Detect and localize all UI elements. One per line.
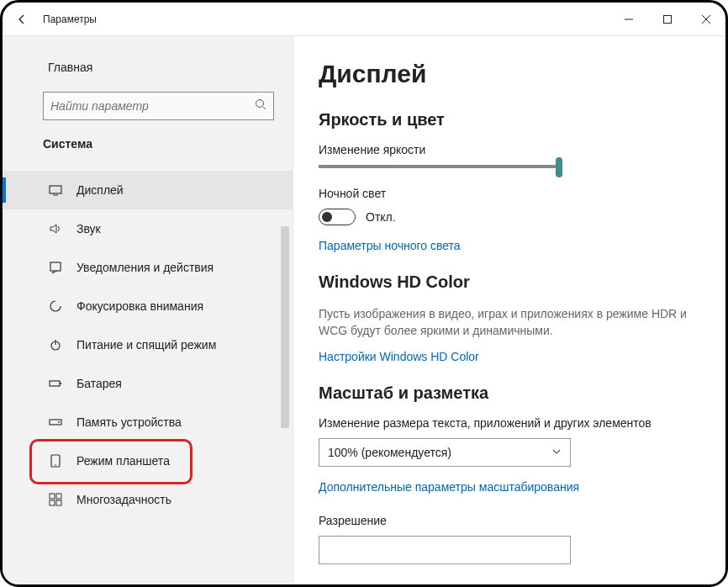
maximize-button[interactable] <box>648 3 687 36</box>
svg-rect-14 <box>56 500 61 505</box>
svg-rect-5 <box>50 381 60 386</box>
sidebar-item-focus[interactable]: Фокусировка внимания <box>3 287 293 325</box>
window-title: Параметры <box>43 13 97 25</box>
nightlight-state: Откл. <box>366 210 396 224</box>
sidebar-item-storage[interactable]: Память устройства <box>3 403 293 442</box>
nav-list: Дисплей Звук Уведомления и действия Фоку… <box>3 171 293 519</box>
sidebar-item-label: Уведомления и действия <box>76 261 214 274</box>
sidebar-item-label: Дисплей <box>76 183 124 197</box>
svg-rect-2 <box>50 186 61 193</box>
maximize-icon <box>662 14 673 24</box>
sidebar-item-label: Фокусировка внимания <box>76 299 203 313</box>
notifications-icon <box>48 261 63 274</box>
search-icon <box>255 98 266 114</box>
sidebar-item-display[interactable]: Дисплей <box>3 171 293 209</box>
settings-window: Параметры Главная <box>0 0 728 587</box>
scale-advanced-link[interactable]: Дополнительные параметры масштабирования <box>319 480 700 494</box>
slider-thumb[interactable] <box>556 157 562 177</box>
sidebar-item-label: Звук <box>76 222 101 235</box>
svg-rect-6 <box>60 383 61 384</box>
sidebar-item-label: Батарея <box>76 377 122 390</box>
display-icon <box>48 183 63 197</box>
sidebar-item-sound[interactable]: Звук <box>3 209 293 248</box>
sound-icon <box>48 222 63 235</box>
brightness-slider[interactable] <box>319 165 562 168</box>
chevron-down-icon <box>551 446 562 459</box>
scale-label: Изменение размера текста, приложений и д… <box>319 416 700 430</box>
scale-heading: Масштаб и разметка <box>319 383 700 403</box>
toggle-knob <box>322 212 332 222</box>
storage-icon <box>48 415 63 429</box>
sidebar-item-multitasking[interactable]: Многозадачность <box>3 480 293 519</box>
minimize-button[interactable] <box>609 3 648 36</box>
svg-rect-0 <box>664 15 672 23</box>
svg-rect-3 <box>50 262 61 271</box>
svg-rect-13 <box>50 500 55 505</box>
nightlight-label: Ночной свет <box>319 187 700 200</box>
nightlight-settings-link[interactable]: Параметры ночного света <box>319 239 700 252</box>
sidebar-item-tablet[interactable]: Режим планшета <box>3 442 293 480</box>
tablet-icon <box>48 454 63 468</box>
resolution-select[interactable] <box>319 536 571 564</box>
sidebar-item-notifications[interactable]: Уведомления и действия <box>3 248 293 287</box>
hdcolor-description: Пусть изображения в видео, играх и прило… <box>319 305 700 340</box>
hdcolor-settings-link[interactable]: Настройки Windows HD Color <box>319 350 700 363</box>
multitasking-icon <box>48 493 63 506</box>
scale-value: 100% (рекомендуется) <box>328 446 451 459</box>
sidebar-scrollbar[interactable] <box>281 226 289 428</box>
close-button[interactable] <box>687 3 725 36</box>
section-system-label: Система <box>3 137 293 151</box>
svg-rect-11 <box>50 494 55 499</box>
power-icon <box>48 338 63 352</box>
sidebar-item-label: Память устройства <box>76 415 182 429</box>
svg-point-8 <box>58 421 60 423</box>
sidebar-item-power[interactable]: Питание и спящий режим <box>3 325 293 364</box>
sidebar-item-label: Питание и спящий режим <box>76 338 216 352</box>
brightness-section-heading: Яркость и цвет <box>319 110 700 130</box>
arrow-left-icon <box>18 14 28 24</box>
resolution-label: Разрешение <box>319 514 700 527</box>
titlebar: Параметры <box>3 3 725 36</box>
home-label: Главная <box>48 61 92 74</box>
sidebar-item-label: Режим планшета <box>76 454 170 468</box>
hdcolor-heading: Windows HD Color <box>319 272 700 292</box>
scale-select[interactable]: 100% (рекомендуется) <box>319 438 571 467</box>
sidebar-item-label: Многозадачность <box>76 493 171 506</box>
nightlight-toggle[interactable] <box>319 209 356 225</box>
content-pane: Дисплей Яркость и цвет Изменение яркости… <box>293 36 725 584</box>
svg-point-10 <box>55 464 56 466</box>
svg-rect-12 <box>56 494 61 499</box>
battery-icon <box>48 377 63 390</box>
minimize-icon <box>624 14 634 24</box>
sidebar: Главная Система Дисплей Звук <box>3 36 293 584</box>
search-input[interactable] <box>43 92 274 120</box>
brightness-label: Изменение яркости <box>319 143 700 156</box>
sidebar-item-battery[interactable]: Батарея <box>3 364 293 403</box>
page-title: Дисплей <box>319 60 700 88</box>
focus-icon <box>48 299 63 313</box>
close-icon <box>701 14 711 24</box>
svg-point-1 <box>256 100 264 108</box>
home-link[interactable]: Главная <box>3 55 293 80</box>
back-button[interactable] <box>3 3 43 36</box>
search-field[interactable] <box>50 99 255 113</box>
